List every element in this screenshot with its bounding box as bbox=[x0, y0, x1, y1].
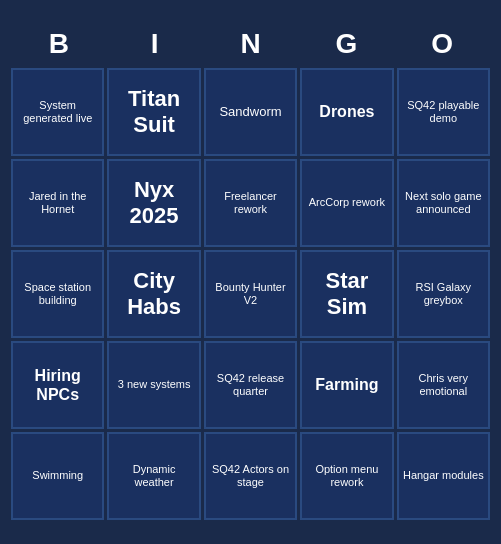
bingo-letter-n: N bbox=[203, 24, 299, 64]
bingo-cell-15[interactable]: Hiring NPCs bbox=[11, 341, 104, 429]
bingo-cell-20[interactable]: Swimming bbox=[11, 432, 104, 520]
bingo-cell-18[interactable]: Farming bbox=[300, 341, 393, 429]
bingo-cell-4[interactable]: SQ42 playable demo bbox=[397, 68, 490, 156]
bingo-letter-o: O bbox=[394, 24, 490, 64]
bingo-cell-21[interactable]: Dynamic weather bbox=[107, 432, 200, 520]
bingo-cell-14[interactable]: RSI Galaxy greybox bbox=[397, 250, 490, 338]
bingo-cell-6[interactable]: Nyx 2025 bbox=[107, 159, 200, 247]
bingo-cell-5[interactable]: Jared in the Hornet bbox=[11, 159, 104, 247]
bingo-cell-23[interactable]: Option menu rework bbox=[300, 432, 393, 520]
bingo-letter-g: G bbox=[298, 24, 394, 64]
bingo-header: BINGO bbox=[11, 24, 490, 64]
bingo-cell-24[interactable]: Hangar modules bbox=[397, 432, 490, 520]
bingo-cell-17[interactable]: SQ42 release quarter bbox=[204, 341, 297, 429]
bingo-cell-8[interactable]: ArcCorp rework bbox=[300, 159, 393, 247]
bingo-cell-7[interactable]: Freelancer rework bbox=[204, 159, 297, 247]
bingo-cell-3[interactable]: Drones bbox=[300, 68, 393, 156]
bingo-card: BINGO System generated liveTitan SuitSan… bbox=[3, 16, 498, 528]
bingo-cell-11[interactable]: City Habs bbox=[107, 250, 200, 338]
bingo-grid: System generated liveTitan SuitSandwormD… bbox=[11, 68, 490, 520]
bingo-letter-i: I bbox=[107, 24, 203, 64]
bingo-letter-b: B bbox=[11, 24, 107, 64]
bingo-cell-12[interactable]: Bounty Hunter V2 bbox=[204, 250, 297, 338]
bingo-cell-2[interactable]: Sandworm bbox=[204, 68, 297, 156]
bingo-cell-13[interactable]: Star Sim bbox=[300, 250, 393, 338]
bingo-cell-19[interactable]: Chris very emotional bbox=[397, 341, 490, 429]
bingo-cell-0[interactable]: System generated live bbox=[11, 68, 104, 156]
bingo-cell-10[interactable]: Space station building bbox=[11, 250, 104, 338]
bingo-cell-9[interactable]: Next solo game announced bbox=[397, 159, 490, 247]
bingo-cell-22[interactable]: SQ42 Actors on stage bbox=[204, 432, 297, 520]
bingo-cell-1[interactable]: Titan Suit bbox=[107, 68, 200, 156]
bingo-cell-16[interactable]: 3 new systems bbox=[107, 341, 200, 429]
